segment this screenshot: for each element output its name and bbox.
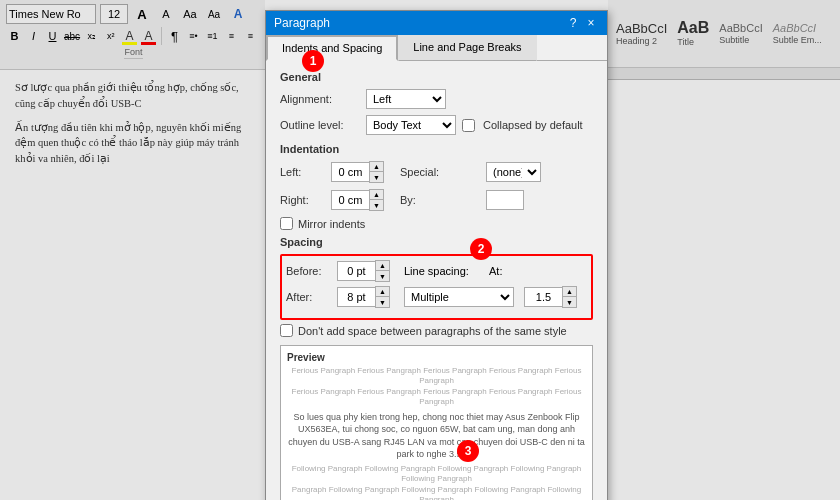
alignment-label: Alignment:: [280, 93, 360, 105]
after-spinner: ▲ ▼: [337, 286, 390, 308]
after-up[interactable]: ▲: [376, 287, 389, 297]
after-row: After: ▲ ▼ Multiple Single 1.5 lines Dou…: [286, 286, 587, 308]
collapsed-label: Collapsed by default: [483, 119, 583, 131]
before-row: Before: ▲ ▼ Line spacing: At:: [286, 260, 587, 282]
left-indent-btns: ▲ ▼: [369, 161, 384, 183]
left-indent-row: Left: ▲ ▼ Special: (none): [280, 161, 593, 183]
left-indent-input[interactable]: [331, 162, 369, 182]
left-indent-label: Left:: [280, 166, 325, 178]
before-spinner: ▲ ▼: [337, 260, 390, 282]
collapsed-checkbox[interactable]: [462, 119, 475, 132]
before-up[interactable]: ▲: [376, 261, 389, 271]
right-indent-row: Right: ▲ ▼ By:: [280, 189, 593, 211]
by-label: By:: [400, 194, 480, 206]
step-3-circle: 3: [457, 440, 479, 462]
line-spacing-label: Line spacing:: [404, 265, 479, 277]
right-indent-label: Right:: [280, 194, 325, 206]
dialog-help-btn[interactable]: ?: [565, 15, 581, 31]
step-2-label: 2: [478, 242, 485, 256]
preview-filler-4: Pangraph Following Pangraph Following Pa…: [287, 485, 586, 500]
right-indent-spinner: ▲ ▼: [331, 189, 384, 211]
dialog-controls: ? ×: [565, 15, 599, 31]
left-indent-up[interactable]: ▲: [370, 162, 383, 172]
general-section-label: General: [280, 71, 593, 83]
after-label: After:: [286, 291, 331, 303]
left-indent-spinner: ▲ ▼: [331, 161, 384, 183]
tab-indents-spacing-label: Indents and Spacing: [282, 42, 382, 54]
special-select[interactable]: (none): [486, 162, 541, 182]
before-down[interactable]: ▼: [376, 271, 389, 281]
right-indent-down[interactable]: ▼: [370, 200, 383, 210]
at-btns: ▲ ▼: [562, 286, 577, 308]
tab-line-page-breaks-label: Line and Page Breaks: [413, 41, 521, 53]
mirror-row: Mirror indents: [280, 217, 593, 230]
preview-filler-2: Ferious Pangraph Ferious Pangraph Feriou…: [287, 387, 586, 408]
at-label: At:: [489, 265, 509, 277]
preview-section: Preview Ferious Pangraph Ferious Pangrap…: [280, 345, 593, 500]
by-input[interactable]: [486, 190, 524, 210]
mirror-checkbox[interactable]: [280, 217, 293, 230]
dialog-title: Paragraph: [274, 16, 330, 30]
preview-filler-3: Following Pangraph Following Pangraph Fo…: [287, 464, 586, 485]
spacing-section-label: Spacing: [280, 236, 593, 248]
left-indent-down[interactable]: ▼: [370, 172, 383, 182]
step-2-circle: 2: [470, 238, 492, 260]
outline-row: Outline level: Body Text Collapsed by de…: [280, 115, 593, 135]
preview-main: So lues qua phy kien trong hep, chong no…: [287, 411, 586, 461]
right-indent-input[interactable]: [331, 190, 369, 210]
after-input[interactable]: [337, 287, 375, 307]
preview-filler-1: Ferious Pangraph Ferious Pangraph Feriou…: [287, 366, 586, 387]
alignment-row: Alignment: Left: [280, 89, 593, 109]
before-label: Before:: [286, 265, 331, 277]
paragraph-dialog: Paragraph ? × Indents and Spacing Line a…: [265, 10, 608, 500]
outline-label: Outline level:: [280, 119, 360, 131]
alignment-select[interactable]: Left: [366, 89, 446, 109]
at-down[interactable]: ▼: [563, 297, 576, 307]
after-btns: ▲ ▼: [375, 286, 390, 308]
preview-label: Preview: [287, 352, 586, 363]
before-input[interactable]: [337, 261, 375, 281]
dialog-body: General Alignment: Left Outline level: B…: [266, 61, 607, 500]
line-spacing-select[interactable]: Multiple Single 1.5 lines Double At leas…: [404, 287, 514, 307]
special-label: Special:: [400, 166, 480, 178]
mirror-label: Mirror indents: [298, 218, 365, 230]
tab-line-page-breaks[interactable]: Line and Page Breaks: [398, 35, 536, 61]
spacing-section: Spacing Before: ▲ ▼ Line spacing: At:: [280, 236, 593, 337]
tab-indents-spacing[interactable]: Indents and Spacing: [266, 35, 398, 61]
dialog-close-btn[interactable]: ×: [583, 15, 599, 31]
at-input[interactable]: [524, 287, 562, 307]
spacing-highlight-box: Before: ▲ ▼ Line spacing: At: After:: [280, 254, 593, 320]
at-up[interactable]: ▲: [563, 287, 576, 297]
dont-add-row: Don't add space between paragraphs of th…: [280, 324, 593, 337]
outline-select[interactable]: Body Text: [366, 115, 456, 135]
before-btns: ▲ ▼: [375, 260, 390, 282]
after-down[interactable]: ▼: [376, 297, 389, 307]
step-1-circle: 1: [302, 50, 324, 72]
dialog-titlebar: Paragraph ? ×: [266, 11, 607, 35]
step-1-label: 1: [310, 54, 317, 68]
step-3-label: 3: [465, 444, 472, 458]
dont-add-checkbox[interactable]: [280, 324, 293, 337]
dont-add-label: Don't add space between paragraphs of th…: [298, 325, 567, 337]
right-indent-up[interactable]: ▲: [370, 190, 383, 200]
at-spinner: ▲ ▼: [524, 286, 577, 308]
indentation-section-label: Indentation: [280, 143, 593, 155]
right-indent-btns: ▲ ▼: [369, 189, 384, 211]
